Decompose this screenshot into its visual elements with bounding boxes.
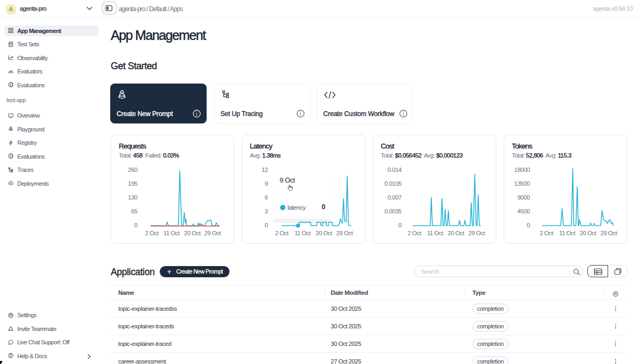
- svg-text:29 Oct: 29 Oct: [337, 230, 354, 236]
- svg-text:20 Oct: 20 Oct: [316, 230, 333, 236]
- svg-text:20 Oct: 20 Oct: [448, 230, 465, 236]
- svg-text:11 Oct: 11 Oct: [427, 230, 444, 236]
- svg-text:0.014: 0.014: [388, 167, 402, 173]
- svg-text:11 Oct: 11 Oct: [294, 230, 311, 236]
- svg-text:3: 3: [265, 208, 268, 214]
- svg-text:2 Oct: 2 Oct: [145, 230, 159, 236]
- svg-text:0: 0: [265, 222, 268, 228]
- svg-text:2 Oct: 2 Oct: [275, 230, 289, 236]
- svg-text:2 Oct: 2 Oct: [408, 230, 422, 236]
- svg-text:11 Oct: 11 Oct: [559, 230, 576, 236]
- svg-text:0: 0: [398, 222, 402, 228]
- svg-text:6: 6: [265, 194, 268, 201]
- svg-text:65: 65: [131, 208, 137, 214]
- svg-text:11 Oct: 11 Oct: [163, 230, 180, 236]
- svg-text:20 Oct: 20 Oct: [184, 230, 201, 236]
- svg-text:0.0035: 0.0035: [384, 208, 402, 214]
- svg-text:20 Oct: 20 Oct: [580, 230, 597, 236]
- svg-text:2 Oct: 2 Oct: [540, 230, 554, 236]
- svg-text:0: 0: [527, 222, 530, 228]
- svg-text:0: 0: [134, 222, 137, 228]
- svg-text:29 Oct: 29 Oct: [469, 230, 486, 236]
- svg-text:9000: 9000: [517, 194, 530, 201]
- svg-text:260: 260: [128, 167, 137, 173]
- svg-text:29 Oct: 29 Oct: [601, 230, 618, 236]
- svg-text:18000: 18000: [514, 167, 530, 173]
- svg-text:9: 9: [265, 180, 268, 187]
- svg-text:4500: 4500: [517, 208, 530, 214]
- svg-text:195: 195: [128, 180, 137, 187]
- svg-text:130: 130: [128, 194, 137, 201]
- svg-text:0.0105: 0.0105: [384, 180, 402, 187]
- svg-text:12: 12: [261, 167, 268, 173]
- svg-text:13500: 13500: [514, 180, 530, 187]
- svg-text:0.007: 0.007: [388, 194, 402, 201]
- svg-text:29 Oct: 29 Oct: [204, 230, 222, 236]
